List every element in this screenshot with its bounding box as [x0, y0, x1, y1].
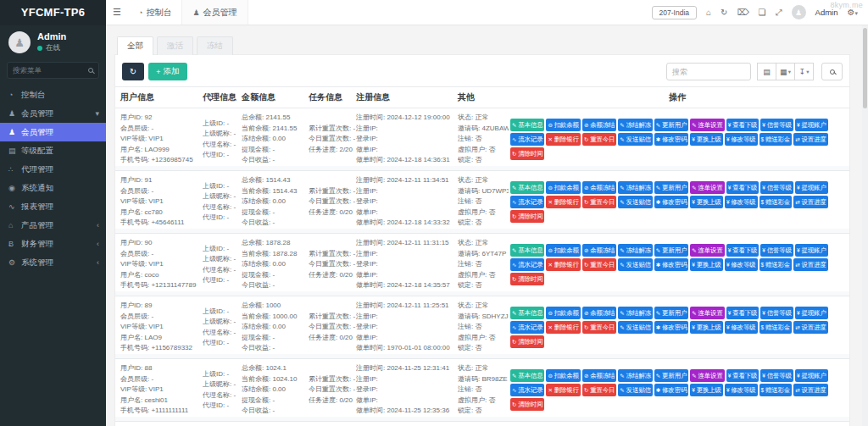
- action-change-parent-button[interactable]: ¥更换上级: [690, 133, 723, 146]
- action-reset-today-button[interactable]: ↻重置今日: [582, 258, 616, 271]
- search-button[interactable]: [821, 63, 843, 80]
- action-flow-records-button[interactable]: ∿流水记录: [510, 196, 544, 208]
- sidebar-search-input[interactable]: [13, 66, 88, 75]
- action-reset-today-button[interactable]: ↻重置今日: [582, 196, 616, 208]
- action-flow-records-button[interactable]: ∿流水记录: [510, 258, 544, 271]
- action-change-level-button[interactable]: ¥修改等级: [725, 384, 758, 396]
- action-basic-info-button[interactable]: ✎基本信息: [510, 119, 544, 131]
- action-unfreeze-button[interactable]: ✎冻结解冻: [618, 119, 652, 131]
- action-credit-level-button[interactable]: ¥信誉等级: [760, 307, 793, 319]
- action-flow-records-button[interactable]: ∿流水记录: [510, 133, 544, 146]
- action-combo-setting-button[interactable]: ✎连单设置: [690, 369, 724, 382]
- tab-active[interactable]: 激活: [157, 36, 193, 55]
- action-view-subordinate-button[interactable]: ¥查看下级: [726, 369, 760, 382]
- action-flow-records-button[interactable]: ∿流水记录: [510, 384, 544, 396]
- action-basic-info-button[interactable]: ✎基本信息: [510, 181, 544, 194]
- action-delete-bank-button[interactable]: ✕删除银行: [546, 258, 580, 271]
- sidebar-item-product[interactable]: ⌂产品管理‹: [0, 216, 106, 235]
- action-update-user-button[interactable]: ✎更新用户: [654, 244, 688, 257]
- topbar-tab-console[interactable]: ◔ 控制台: [128, 0, 181, 25]
- home-icon[interactable]: ⌂: [706, 8, 711, 17]
- action-delete-bank-button[interactable]: ✕删除银行: [546, 321, 580, 334]
- sidebar-item-system[interactable]: ⚙系统管理‹: [0, 253, 106, 272]
- action-clear-time-button[interactable]: ↻清除时间: [510, 147, 544, 160]
- action-withdraw-account-button[interactable]: ¥提现账户: [795, 244, 828, 257]
- action-basic-info-button[interactable]: ✎基本信息: [510, 369, 544, 382]
- action-change-level-button[interactable]: ¥修改等级: [725, 258, 758, 271]
- sidebar-item-member-group[interactable]: ♟会员管理▾: [0, 104, 106, 123]
- action-delete-bank-button[interactable]: ✕删除银行: [546, 133, 580, 146]
- action-change-parent-button[interactable]: ¥更换上级: [690, 196, 723, 208]
- page-scrollbar[interactable]: [862, 25, 868, 426]
- export-button[interactable]: ↧▾: [794, 63, 814, 80]
- refresh-icon[interactable]: ↻: [721, 8, 727, 17]
- table-search-input[interactable]: [666, 63, 751, 80]
- fullscreen-icon[interactable]: ⤢: [776, 8, 782, 18]
- action-freeze-balance-button[interactable]: ⊘余额冻结: [582, 369, 616, 382]
- action-update-user-button[interactable]: ✎更新用户: [654, 307, 688, 319]
- action-set-progress-button[interactable]: ⇄设置进度: [793, 384, 827, 396]
- action-credit-level-button[interactable]: ¥信誉等级: [760, 181, 793, 194]
- action-deduct-balance-button[interactable]: ⊖扣款余额: [546, 244, 580, 257]
- action-deduct-balance-button[interactable]: ⊖扣款余额: [546, 369, 580, 382]
- action-gift-bonus-button[interactable]: $赠送彩金: [760, 321, 793, 334]
- action-gift-bonus-button[interactable]: $赠送彩金: [760, 196, 793, 208]
- action-unfreeze-button[interactable]: ✎冻结解冻: [618, 244, 652, 257]
- action-gift-bonus-button[interactable]: $赠送彩金: [760, 133, 793, 146]
- action-combo-setting-button[interactable]: ✎连单设置: [690, 119, 724, 131]
- action-delete-bank-button[interactable]: ✕删除银行: [546, 384, 580, 396]
- action-deduct-balance-button[interactable]: ⊖扣款余额: [546, 307, 580, 319]
- hamburger-icon[interactable]: ☰: [106, 0, 128, 25]
- toggle-view-button[interactable]: ▤: [757, 63, 776, 80]
- copy-icon[interactable]: ❏: [759, 8, 766, 17]
- action-delete-bank-button[interactable]: ✕删除银行: [546, 196, 580, 208]
- action-credit-level-button[interactable]: ¥信誉等级: [760, 244, 793, 257]
- action-set-progress-button[interactable]: ⇄设置进度: [793, 321, 827, 334]
- region-selector[interactable]: 207-India: [652, 6, 697, 19]
- action-view-subordinate-button[interactable]: ¥查看下级: [726, 307, 760, 319]
- action-change-level-button[interactable]: ¥修改等级: [725, 196, 758, 208]
- refresh-button[interactable]: ↻: [122, 63, 144, 80]
- action-change-password-button[interactable]: ✱修改密码: [654, 384, 688, 396]
- action-clear-time-button[interactable]: ↻清除时间: [510, 210, 544, 223]
- action-change-parent-button[interactable]: ¥更换上级: [690, 321, 723, 334]
- sidebar-search[interactable]: [7, 62, 99, 79]
- sidebar-item-agent[interactable]: ∴代理管理: [0, 160, 106, 179]
- sidebar-item-notice[interactable]: ◉系统通知: [0, 179, 106, 197]
- action-clear-time-button[interactable]: ↻清除时间: [510, 398, 544, 411]
- tab-frozen[interactable]: 冻结: [197, 36, 233, 55]
- action-gift-bonus-button[interactable]: $赠送彩金: [760, 258, 793, 271]
- admin-avatar[interactable]: ♟: [792, 5, 806, 19]
- action-freeze-balance-button[interactable]: ⊘余额冻结: [582, 181, 616, 194]
- trash-icon[interactable]: ⌦: [737, 8, 748, 17]
- action-unfreeze-button[interactable]: ✎冻结解冻: [618, 307, 652, 319]
- columns-button[interactable]: ▦▾: [776, 63, 795, 80]
- action-unfreeze-button[interactable]: ✎冻结解冻: [618, 369, 652, 382]
- topbar-tab-members[interactable]: ♟ 会员管理: [181, 0, 248, 25]
- action-view-subordinate-button[interactable]: ¥查看下级: [726, 181, 760, 194]
- action-send-message-button[interactable]: ✎发送贴信: [618, 321, 652, 334]
- action-change-parent-button[interactable]: ¥更换上级: [690, 258, 723, 271]
- tab-all[interactable]: 全部: [117, 36, 153, 55]
- action-clear-time-button[interactable]: ↻清除时间: [510, 335, 544, 348]
- action-freeze-balance-button[interactable]: ⊘余额冻结: [582, 244, 616, 257]
- action-deduct-balance-button[interactable]: ⊖扣款余额: [546, 181, 580, 194]
- scrollbar-thumb[interactable]: [863, 28, 867, 108]
- action-deduct-balance-button[interactable]: ⊖扣款余额: [546, 119, 580, 131]
- action-view-subordinate-button[interactable]: ¥查看下级: [726, 244, 760, 257]
- action-reset-today-button[interactable]: ↻重置今日: [582, 321, 616, 334]
- action-combo-setting-button[interactable]: ✎连单设置: [690, 307, 724, 319]
- action-combo-setting-button[interactable]: ✎连单设置: [690, 244, 724, 257]
- action-change-password-button[interactable]: ✱修改密码: [654, 321, 688, 334]
- sidebar-item-report[interactable]: ∿报表管理: [0, 197, 106, 216]
- action-set-progress-button[interactable]: ⇄设置进度: [793, 258, 827, 271]
- action-basic-info-button[interactable]: ✎基本信息: [510, 307, 544, 319]
- action-update-user-button[interactable]: ✎更新用户: [654, 369, 688, 382]
- action-unfreeze-button[interactable]: ✎冻结解冻: [618, 181, 652, 194]
- action-freeze-balance-button[interactable]: ⊘余额冻结: [582, 119, 616, 131]
- sidebar-item-console[interactable]: ◔控制台: [0, 86, 106, 104]
- action-credit-level-button[interactable]: ¥信誉等级: [760, 119, 793, 131]
- action-change-password-button[interactable]: ✱修改密码: [654, 133, 688, 146]
- action-change-password-button[interactable]: ✱修改密码: [654, 196, 688, 208]
- action-withdraw-account-button[interactable]: ¥提现账户: [795, 181, 828, 194]
